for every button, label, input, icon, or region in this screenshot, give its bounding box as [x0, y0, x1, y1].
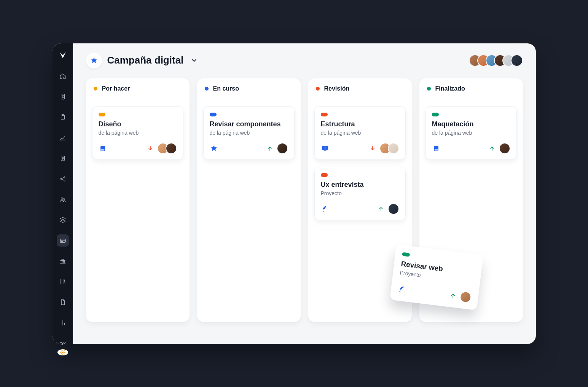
card-subtitle: de la página web	[99, 130, 177, 136]
sidebar-item-id-badge[interactable]	[57, 91, 69, 103]
column-status-dot-icon	[94, 87, 97, 91]
column-header: Finalizado	[419, 78, 523, 99]
column-body[interactable]: Revisar componentesde la página web	[197, 99, 301, 167]
column-todo: Por hacerDiseñode la página web	[86, 78, 190, 322]
sidebar-item-home[interactable]	[57, 70, 69, 82]
sidebar-item-chart[interactable]	[57, 132, 69, 144]
avatar[interactable]	[277, 143, 288, 154]
card-footer	[99, 143, 177, 154]
page-title: Campaña digital	[107, 54, 184, 66]
stack-icon	[59, 217, 66, 223]
sidebar-item-books[interactable]	[57, 276, 69, 288]
favorite-button[interactable]	[86, 53, 102, 68]
sidebar	[53, 43, 73, 344]
task-card[interactable]: Revisar componentesde la página web	[203, 106, 295, 160]
card-assignees[interactable]	[388, 203, 399, 215]
card-footer	[321, 143, 399, 154]
svg-rect-17	[434, 149, 437, 149]
sidebar-nav	[57, 70, 69, 349]
column-body[interactable]: Estructurade la página webUx entrevistaP…	[308, 99, 412, 227]
svg-point-9	[63, 198, 65, 199]
priority-high-icon	[489, 145, 495, 151]
sidebar-item-file[interactable]	[57, 296, 69, 308]
card-subtitle: de la página web	[321, 130, 399, 136]
avatar[interactable]	[388, 203, 399, 215]
priority-low-icon	[147, 145, 153, 151]
card-assignees[interactable]	[459, 290, 472, 303]
card-footer	[432, 143, 510, 154]
file-icon	[59, 299, 66, 306]
avatar[interactable]	[459, 290, 472, 303]
member-avatars[interactable]	[473, 54, 523, 67]
sidebar-item-stack[interactable]	[57, 214, 69, 226]
card-tag-icon	[432, 113, 439, 116]
dragging-card[interactable]: Revisar web Proyecto	[389, 244, 483, 310]
app-logo	[58, 50, 67, 59]
svg-point-1	[62, 95, 63, 96]
card-footer	[321, 203, 399, 215]
card-tag-icon	[402, 252, 410, 256]
card-title: Diseño	[99, 120, 177, 128]
card-icon	[59, 237, 66, 244]
sidebar-item-team[interactable]	[57, 193, 69, 205]
sidebar-footer-logo	[57, 349, 68, 355]
sidebar-item-note[interactable]	[57, 152, 69, 164]
column-body[interactable]: Maquetaciónde la página web	[419, 99, 523, 167]
column-header: Por hacer	[86, 78, 190, 99]
avatar[interactable]	[166, 143, 177, 154]
sidebar-item-handshake[interactable]	[57, 337, 69, 349]
rocket-icon	[321, 205, 329, 213]
card-footer	[210, 143, 288, 154]
main: Campaña digital Por hacerDiseñode la pág…	[73, 43, 536, 344]
share-icon	[59, 175, 66, 182]
books-icon	[59, 278, 66, 285]
chevron-down-icon	[191, 57, 198, 64]
column-status-dot-icon	[205, 87, 209, 91]
card-subtitle: Proyecto	[321, 190, 399, 196]
card-assignees[interactable]	[277, 143, 288, 154]
avatar[interactable]	[511, 54, 523, 67]
star-icon	[90, 57, 98, 64]
column-inprogress: En cursoRevisar componentesde la página …	[197, 78, 301, 322]
book-open-icon	[321, 144, 329, 153]
task-card[interactable]: Ux entrevistaProyecto	[314, 167, 406, 220]
card-subtitle: de la página web	[210, 130, 288, 136]
priority-high-icon	[267, 145, 273, 151]
column-title: En curso	[213, 85, 239, 92]
card-assignees[interactable]	[499, 143, 510, 154]
sidebar-item-bank[interactable]	[57, 255, 69, 267]
column-header: En curso	[197, 78, 301, 99]
id-badge-icon	[59, 93, 66, 100]
clipboard-icon	[59, 114, 66, 121]
rocket-icon	[397, 284, 407, 294]
priority-high-icon	[449, 292, 456, 299]
column-body[interactable]: Diseñode la página web	[86, 99, 190, 167]
card-tag-icon	[99, 113, 105, 116]
task-card[interactable]: Estructurade la página web	[314, 106, 406, 160]
card-title: Revisar componentes	[210, 120, 288, 128]
svg-rect-10	[60, 239, 65, 242]
column-status-dot-icon	[427, 87, 431, 91]
priority-high-icon	[378, 206, 384, 212]
sidebar-item-bars[interactable]	[57, 317, 69, 329]
sidebar-item-clipboard[interactable]	[57, 111, 69, 123]
avatar[interactable]	[388, 143, 399, 154]
card-title: Ux entrevista	[321, 181, 399, 189]
sidebar-item-card[interactable]	[57, 234, 69, 247]
book-icon	[99, 144, 107, 153]
card-tag-icon	[210, 113, 217, 116]
card-assignees[interactable]	[379, 143, 399, 154]
task-card[interactable]: Maquetaciónde la página web	[425, 106, 517, 160]
star-icon	[210, 144, 218, 153]
column-title: Revisión	[324, 85, 350, 92]
avatar[interactable]	[499, 143, 510, 154]
app-frame: Campaña digital Por hacerDiseñode la pág…	[53, 43, 536, 344]
book-icon	[432, 144, 440, 153]
svg-point-11	[62, 352, 64, 353]
task-card[interactable]: Diseñode la página web	[92, 106, 183, 160]
sidebar-item-share[interactable]	[57, 173, 69, 185]
column-title: Finalizado	[435, 85, 465, 92]
card-assignees[interactable]	[157, 143, 177, 154]
home-icon	[59, 73, 66, 80]
page-title-menu-button[interactable]	[189, 55, 199, 66]
